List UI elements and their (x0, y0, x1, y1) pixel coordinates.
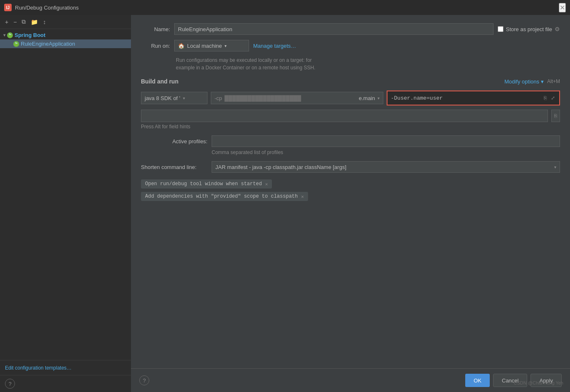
app-icon: IJ (4, 4, 12, 11)
add-config-button[interactable]: + (3, 18, 10, 26)
shorten-value: JAR manifest - java -cp classpath.jar cl… (215, 164, 346, 170)
tags-row-2: Add dependencies with "provided" scope t… (141, 192, 560, 201)
main-panel: Name: Store as project file ⚙ Run on: 🏠 … (131, 15, 570, 368)
app-run-icon: 🍃 (13, 41, 19, 47)
help-section: ? (0, 375, 131, 392)
ok-button[interactable]: OK (465, 374, 490, 387)
sidebar-toolbar: + − ⧉ 📁 ↕ (0, 15, 131, 29)
chevron-down-icon: ▾ (554, 165, 556, 169)
copy-icon[interactable]: ⎘ (543, 94, 548, 102)
sort-config-button[interactable]: ↕ (41, 18, 47, 26)
shorten-row: Shorten command line: JAR manifest - jav… (141, 161, 560, 173)
name-row: Name: Store as project file ⚙ (141, 23, 560, 35)
remove-config-button[interactable]: − (12, 18, 18, 26)
tag-label: Open run/debug tool window when started (145, 181, 262, 187)
edit-templates-link[interactable]: Edit configuration templates… (5, 365, 72, 371)
active-profiles-label: Active profiles: (141, 138, 207, 145)
spring-boot-group[interactable]: ▾ 🍃 Spring Boot (0, 31, 131, 39)
shortcut-hint: Alt+M (547, 78, 560, 84)
folder-config-button[interactable]: 📁 (29, 18, 39, 26)
close-button[interactable]: ✕ (559, 3, 566, 12)
tags-row: Open run/debug tool window when started … (141, 179, 560, 189)
cp-value: ████████████████████ (225, 95, 356, 101)
store-checkbox[interactable] (498, 26, 503, 32)
tag-label: Add dependencies with "provided" scope t… (145, 194, 298, 199)
rule-engine-app-item[interactable]: 🍃 RuleEngineApplication (0, 39, 131, 48)
chevron-down-icon: ▾ (378, 96, 380, 100)
gear-icon[interactable]: ⚙ (555, 26, 560, 32)
copy-config-button[interactable]: ⧉ (20, 17, 27, 26)
run-info-text: Run configurations may be executed local… (176, 56, 560, 71)
shorten-label: Shorten command line: (141, 164, 207, 170)
help-button[interactable]: ? (139, 375, 149, 385)
bottom-bar: ? OK Cancel Apply (131, 368, 570, 392)
tag-close-button[interactable]: ✕ (301, 194, 304, 199)
spring-boot-label: Spring Boot (15, 32, 45, 38)
run-on-value: Local machine (187, 43, 222, 49)
active-profiles-row: Active profiles: (141, 135, 560, 147)
run-on-label: Run on: (141, 43, 170, 49)
chevron-down-icon: ▾ (183, 96, 185, 100)
watermark: CSDN @Chia-Hung Yeh (514, 380, 563, 385)
main-content: + − ⧉ 📁 ↕ ▾ 🍃 Spring Boot 🍃 RuleEngineAp… (0, 15, 570, 392)
field-hints-text: Press Alt for field hints (141, 124, 560, 130)
build-run-header: Build and run Modify options ▾ Alt+M (141, 78, 560, 85)
vm-options-box: ⎘ ⤢ (387, 91, 560, 105)
java-sdk-value: java 8 SDK of ' (145, 95, 180, 101)
window-title: Run/Debug Configurations (15, 5, 79, 11)
program-args-input[interactable] (141, 110, 548, 122)
run-debug-configurations-window: IJ Run/Debug Configurations ✕ + − ⧉ 📁 ↕ … (0, 0, 570, 392)
chevron-down-icon: ▾ (225, 44, 227, 48)
sidebar: + − ⧉ 📁 ↕ ▾ 🍃 Spring Boot 🍃 RuleEngineAp… (0, 15, 131, 392)
manage-targets-link[interactable]: Manage targets… (253, 43, 296, 49)
name-label: Name: (141, 26, 170, 32)
cp-prefix: -cp (215, 95, 222, 101)
store-label: Store as project file (506, 26, 552, 32)
modify-options-link[interactable]: Modify options ▾ (504, 78, 544, 85)
modify-options-area: Modify options ▾ Alt+M (504, 78, 560, 85)
tag-open-debug-window: Open run/debug tool window when started … (141, 179, 272, 189)
active-profiles-input[interactable] (212, 135, 560, 147)
titlebar: IJ Run/Debug Configurations ✕ (0, 0, 570, 15)
run-on-dropdown[interactable]: 🏠 Local machine ▾ (174, 40, 249, 51)
profiles-hint: Comma separated list of profiles (212, 149, 560, 155)
run-on-row: Run on: 🏠 Local machine ▾ Manage targets… (141, 40, 560, 51)
help-icon[interactable]: ? (5, 379, 15, 389)
build-run-row: java 8 SDK of ' ▾ -cp ██████████████████… (141, 91, 560, 105)
expand-icon[interactable]: ⤢ (550, 94, 556, 102)
classpath-dropdown[interactable]: -cp ████████████████████ e.main ▾ (211, 92, 383, 104)
cp-main-value: e.main (359, 95, 375, 101)
chevron-down-icon: ▾ (3, 33, 5, 37)
tag-close-button[interactable]: ✕ (265, 181, 268, 187)
store-checkbox-area: Store as project file ⚙ (498, 26, 560, 32)
sidebar-footer: Edit configuration templates… (0, 360, 131, 375)
shorten-dropdown[interactable]: JAR manifest - java -cp classpath.jar cl… (212, 161, 560, 173)
args-copy-icon[interactable]: ⎘ (551, 110, 560, 122)
vm-options-input[interactable] (391, 95, 540, 101)
name-input[interactable] (174, 23, 494, 35)
build-run-title: Build and run (141, 78, 178, 85)
java-sdk-dropdown[interactable]: java 8 SDK of ' ▾ (141, 92, 207, 104)
app-item-label: RuleEngineApplication (21, 41, 75, 47)
program-args-row: ⎘ (141, 110, 560, 122)
house-icon: 🏠 (178, 43, 185, 49)
tag-add-dependencies: Add dependencies with "provided" scope t… (141, 192, 308, 201)
spring-boot-icon: 🍃 (7, 32, 13, 38)
config-tree: ▾ 🍃 Spring Boot 🍃 RuleEngineApplication (0, 29, 131, 360)
